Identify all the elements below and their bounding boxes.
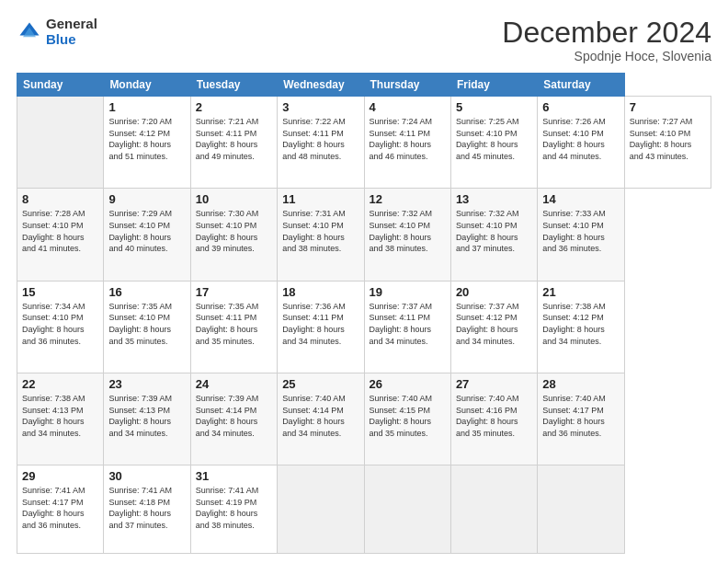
day-info: Sunrise: 7:24 AMSunset: 4:11 PMDaylight:… [370,116,446,162]
day-number: 31 [196,469,272,483]
table-row: 18Sunrise: 7:36 AMSunset: 4:11 PMDayligh… [278,281,364,373]
day-info: Sunrise: 7:40 AMSunset: 4:16 PMDaylight:… [456,393,532,439]
day-info: Sunrise: 7:38 AMSunset: 4:13 PMDaylight:… [22,393,98,439]
table-row: 11Sunrise: 7:31 AMSunset: 4:10 PMDayligh… [278,189,364,281]
day-number: 15 [22,285,98,299]
table-row: 25Sunrise: 7:40 AMSunset: 4:14 PMDayligh… [278,373,364,465]
day-number: 13 [456,192,532,206]
day-number: 4 [370,100,446,114]
table-row: 30Sunrise: 7:41 AMSunset: 4:18 PMDayligh… [104,465,190,554]
day-info: Sunrise: 7:41 AMSunset: 4:19 PMDaylight:… [196,485,272,531]
day-number: 28 [542,377,619,391]
day-info: Sunrise: 7:31 AMSunset: 4:10 PMDaylight:… [282,208,358,254]
day-info: Sunrise: 7:25 AMSunset: 4:10 PMDaylight:… [456,116,532,162]
day-number: 6 [542,100,619,114]
logo: General Blue [17,17,97,47]
table-row: 5Sunrise: 7:25 AMSunset: 4:10 PMDaylight… [450,97,537,189]
col-thursday: Thursday [364,74,450,97]
day-info: Sunrise: 7:32 AMSunset: 4:10 PMDaylight:… [370,208,446,254]
table-row: 8Sunrise: 7:28 AMSunset: 4:10 PMDaylight… [17,189,104,281]
day-info: Sunrise: 7:39 AMSunset: 4:14 PMDaylight:… [196,393,272,439]
day-info: Sunrise: 7:27 AMSunset: 4:10 PMDaylight:… [630,116,706,162]
table-row: 7Sunrise: 7:27 AMSunset: 4:10 PMDaylight… [624,97,711,189]
day-number: 25 [282,377,358,391]
day-number: 11 [282,192,358,206]
day-number: 30 [108,469,185,483]
day-info: Sunrise: 7:41 AMSunset: 4:18 PMDaylight:… [108,485,185,531]
table-row: 24Sunrise: 7:39 AMSunset: 4:14 PMDayligh… [190,373,277,465]
day-number: 19 [370,285,446,299]
table-row: 14Sunrise: 7:33 AMSunset: 4:10 PMDayligh… [538,189,624,281]
day-number: 5 [456,100,532,114]
day-number: 27 [456,377,532,391]
title-block: December 2024 Spodnje Hoce, Slovenia [502,17,711,63]
day-info: Sunrise: 7:22 AMSunset: 4:11 PMDaylight:… [282,116,358,162]
table-row: 27Sunrise: 7:40 AMSunset: 4:16 PMDayligh… [450,373,537,465]
day-number: 3 [282,100,358,114]
table-row: 1Sunrise: 7:20 AMSunset: 4:12 PMDaylight… [104,97,190,189]
col-tuesday: Tuesday [190,74,277,97]
table-row: 17Sunrise: 7:35 AMSunset: 4:11 PMDayligh… [190,281,277,373]
logo-general: General [46,17,97,32]
day-info: Sunrise: 7:40 AMSunset: 4:17 PMDaylight:… [542,393,619,439]
table-row [278,465,364,554]
table-row: 20Sunrise: 7:37 AMSunset: 4:12 PMDayligh… [450,281,537,373]
table-row [450,465,537,554]
day-info: Sunrise: 7:37 AMSunset: 4:11 PMDaylight:… [370,301,446,347]
day-info: Sunrise: 7:33 AMSunset: 4:10 PMDaylight:… [542,208,619,254]
location: Spodnje Hoce, Slovenia [502,49,711,63]
table-row: 3Sunrise: 7:22 AMSunset: 4:11 PMDaylight… [278,97,364,189]
day-info: Sunrise: 7:30 AMSunset: 4:10 PMDaylight:… [196,208,272,254]
table-row: 16Sunrise: 7:35 AMSunset: 4:10 PMDayligh… [104,281,190,373]
table-row: 13Sunrise: 7:32 AMSunset: 4:10 PMDayligh… [450,189,537,281]
day-number: 1 [108,100,185,114]
day-info: Sunrise: 7:35 AMSunset: 4:10 PMDaylight:… [108,301,185,347]
day-info: Sunrise: 7:40 AMSunset: 4:15 PMDaylight:… [370,393,446,439]
day-info: Sunrise: 7:34 AMSunset: 4:10 PMDaylight:… [22,301,98,347]
day-info: Sunrise: 7:37 AMSunset: 4:12 PMDaylight:… [456,301,532,347]
day-number: 8 [22,192,98,206]
col-saturday: Saturday [538,74,624,97]
day-number: 20 [456,285,532,299]
table-row: 15Sunrise: 7:34 AMSunset: 4:10 PMDayligh… [17,281,104,373]
table-row [538,465,624,554]
day-info: Sunrise: 7:35 AMSunset: 4:11 PMDaylight:… [196,301,272,347]
day-number: 26 [370,377,446,391]
table-row: 12Sunrise: 7:32 AMSunset: 4:10 PMDayligh… [364,189,450,281]
day-number: 22 [22,377,98,391]
day-number: 23 [108,377,185,391]
day-info: Sunrise: 7:20 AMSunset: 4:12 PMDaylight:… [108,116,185,162]
col-monday: Monday [104,74,190,97]
table-row: 9Sunrise: 7:29 AMSunset: 4:10 PMDaylight… [104,189,190,281]
month-title: December 2024 [502,17,711,49]
day-info: Sunrise: 7:29 AMSunset: 4:10 PMDaylight:… [108,208,185,254]
table-row: 26Sunrise: 7:40 AMSunset: 4:15 PMDayligh… [364,373,450,465]
table-row: 19Sunrise: 7:37 AMSunset: 4:11 PMDayligh… [364,281,450,373]
table-row: 6Sunrise: 7:26 AMSunset: 4:10 PMDaylight… [538,97,624,189]
day-info: Sunrise: 7:41 AMSunset: 4:17 PMDaylight:… [22,485,98,531]
table-row: 29Sunrise: 7:41 AMSunset: 4:17 PMDayligh… [17,465,104,554]
day-info: Sunrise: 7:38 AMSunset: 4:12 PMDaylight:… [542,301,619,347]
day-number: 24 [196,377,272,391]
day-info: Sunrise: 7:21 AMSunset: 4:11 PMDaylight:… [196,116,272,162]
day-number: 18 [282,285,358,299]
day-info: Sunrise: 7:40 AMSunset: 4:14 PMDaylight:… [282,393,358,439]
calendar-table: Sunday Monday Tuesday Wednesday Thursday… [17,73,711,554]
col-sunday: Sunday [17,74,104,97]
day-number: 2 [196,100,272,114]
table-row: 22Sunrise: 7:38 AMSunset: 4:13 PMDayligh… [17,373,104,465]
day-info: Sunrise: 7:36 AMSunset: 4:11 PMDaylight:… [282,301,358,347]
table-row: 21Sunrise: 7:38 AMSunset: 4:12 PMDayligh… [538,281,624,373]
day-number: 17 [196,285,272,299]
table-row: 28Sunrise: 7:40 AMSunset: 4:17 PMDayligh… [538,373,624,465]
logo-blue: Blue [46,32,97,48]
day-number: 9 [108,192,185,206]
day-info: Sunrise: 7:26 AMSunset: 4:10 PMDaylight:… [542,116,619,162]
calendar-header-row: Sunday Monday Tuesday Wednesday Thursday… [17,74,711,97]
day-number: 12 [370,192,446,206]
table-row [17,97,104,189]
calendar-page: General Blue December 2024 Spodnje Hoce,… [0,0,728,563]
day-number: 29 [22,469,98,483]
day-number: 10 [196,192,272,206]
day-number: 21 [542,285,619,299]
